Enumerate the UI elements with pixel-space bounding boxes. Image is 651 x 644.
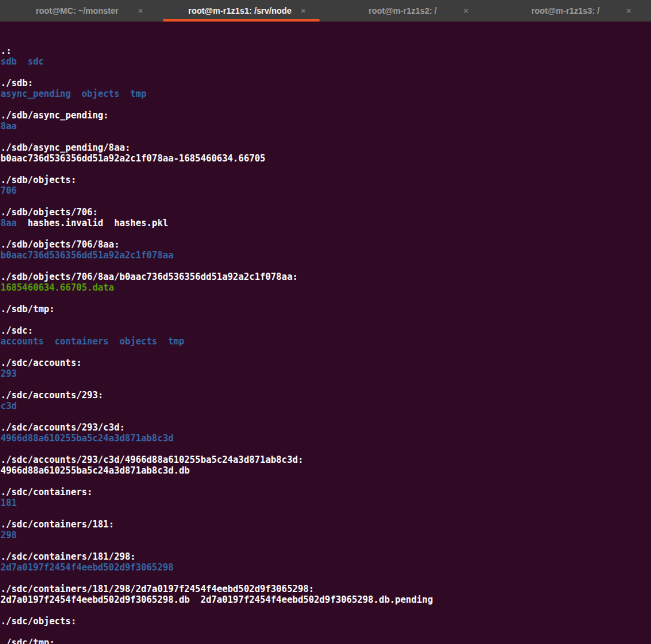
terminal-line: ./sdb/objects/706:	[1, 207, 651, 218]
terminal-text: ./sdc:	[1, 325, 33, 336]
directory-entry: 2d7a0197f2454f4eebd502d9f3065298	[1, 562, 174, 573]
terminal-text: ./sdb/async_pending/8aa:	[1, 142, 130, 153]
terminal-text: ./sdc/accounts:	[1, 358, 81, 368]
tab-bar: root@MC: ~/monster×root@m-r1z1s1: /srv/n…	[0, 0, 651, 22]
tab-close-icon[interactable]: ×	[461, 5, 471, 16]
directory-entry: objects	[120, 336, 157, 347]
terminal-line	[1, 508, 651, 519]
directory-entry: objects	[81, 88, 119, 99]
data-file-entry: 1685460634.66705.data	[1, 282, 114, 293]
terminal-text: ./sdb/objects/706/8aa:	[1, 239, 120, 250]
terminal-text: 2d7a0197f2454f4eebd502d9f3065298.db 2d7a…	[1, 594, 433, 605]
terminal-line: ./sdb:	[1, 78, 651, 88]
terminal-text: ./sdc/containers/181/298/2d7a0197f2454f4…	[1, 584, 314, 594]
terminal-text: hashes.invalid hashes.pkl	[17, 218, 168, 228]
directory-entry: 8aa	[1, 121, 17, 132]
terminal-line: 181	[1, 498, 651, 508]
terminal-line	[1, 411, 651, 422]
terminal-line	[1, 196, 651, 207]
terminal-line	[1, 67, 651, 78]
terminal-line	[1, 164, 651, 175]
terminal-line: ./sdc/accounts/293/c3d:	[1, 422, 651, 433]
terminal-line	[1, 347, 651, 358]
terminal-text: ./sdc/containers/181:	[1, 519, 114, 530]
terminal-line	[1, 573, 651, 584]
directory-entry: tmp	[130, 88, 147, 99]
terminal-line	[1, 605, 651, 616]
terminal-line: ./sdb/objects/706/8aa/b0aac736d536356dd5…	[1, 271, 651, 282]
terminal-line: ./sdc/containers:	[1, 487, 651, 498]
terminal-line	[1, 476, 651, 487]
directory-entry: containers	[54, 336, 108, 347]
terminal-tab-4[interactable]: root@m-r1z1s3: /×	[488, 0, 651, 22]
tab-close-icon[interactable]: ×	[135, 5, 146, 16]
terminal-line	[1, 293, 651, 304]
directory-entry: tmp	[168, 336, 184, 347]
directory-entry: sdb	[1, 56, 17, 67]
terminal-line: ./sdc/accounts:	[1, 358, 651, 368]
directory-entry: 4966d88a610255ba5c24a3d871ab8c3d	[1, 433, 174, 444]
terminal-text	[157, 336, 168, 347]
terminal-text: ./sdb/objects:	[1, 175, 76, 185]
terminal-text: ./sdc/containers:	[1, 487, 93, 498]
terminal-text: .:	[1, 45, 11, 56]
terminal-line: ./sdc:	[1, 325, 651, 336]
terminal-line	[1, 99, 651, 110]
terminal-line: 293	[1, 368, 651, 379]
terminal-tab-3[interactable]: root@m-r1z1s2: /×	[326, 0, 488, 22]
terminal-tab-1[interactable]: root@MC: ~/monster×	[0, 0, 163, 22]
terminal-line: ./sdc/objects:	[1, 616, 651, 627]
terminal-text: ./sdb:	[1, 78, 33, 88]
terminal-line	[1, 444, 651, 454]
tab-close-icon[interactable]: ×	[298, 5, 309, 16]
directory-entry: c3d	[1, 401, 17, 411]
terminal-text	[71, 88, 81, 99]
terminal-line: ./sdc/accounts/293/c3d/4966d88a610255ba5…	[1, 454, 651, 465]
terminal-line: b0aac736d536356dd51a92a2c1f078aa	[1, 250, 651, 261]
terminal-line: c3d	[1, 401, 651, 411]
terminal-line	[1, 541, 651, 551]
terminal-text: ./sdb/objects/706/8aa/b0aac736d536356dd5…	[1, 271, 298, 282]
directory-entry: 706	[1, 185, 17, 196]
terminal-line: 298	[1, 530, 651, 541]
terminal-text: ./sdb/objects/706:	[1, 207, 98, 218]
terminal-line: 4966d88a610255ba5c24a3d871ab8c3d	[1, 433, 651, 444]
tab-label: root@MC: ~/monster	[36, 6, 119, 16]
terminal-text	[17, 56, 28, 67]
terminal-output-area[interactable]: .:sdb sdc./sdb:async_pending objects tmp…	[0, 22, 651, 644]
terminal-lines: .:sdb sdc./sdb:async_pending objects tmp…	[1, 45, 651, 644]
terminal-line: ./sdc/containers/181:	[1, 519, 651, 530]
directory-entry: sdc	[28, 56, 44, 67]
tab-label: root@m-r1z1s1: /srv/node	[188, 6, 291, 16]
terminal-tab-2[interactable]: root@m-r1z1s1: /srv/node×	[163, 0, 326, 22]
terminal-line: 8aa	[1, 121, 651, 132]
terminal-line	[1, 132, 651, 142]
terminal-line	[1, 261, 651, 271]
tab-close-icon[interactable]: ×	[623, 5, 634, 16]
directory-entry: 181	[1, 498, 17, 508]
terminal-line: ./sdc/accounts/293:	[1, 390, 651, 401]
directory-entry: 298	[1, 530, 17, 541]
directory-entry: 293	[1, 368, 17, 379]
terminal-line: 2d7a0197f2454f4eebd502d9f3065298	[1, 562, 651, 573]
terminal-text: ./sdc/containers/181/298:	[1, 551, 136, 562]
terminal-line: ./sdc/containers/181/298:	[1, 551, 651, 562]
terminal-line	[1, 379, 651, 390]
terminal-line: accounts containers objects tmp	[1, 336, 651, 347]
terminal-line: 4966d88a610255ba5c24a3d871ab8c3d.db	[1, 465, 651, 476]
terminal-line	[1, 315, 651, 325]
directory-entry: b0aac736d536356dd51a92a2c1f078aa	[1, 250, 174, 261]
terminal-line	[1, 228, 651, 239]
terminal-line: b0aac736d536356dd51a92a2c1f078aa-1685460…	[1, 153, 651, 164]
terminal-line: ./sdb/objects:	[1, 175, 651, 185]
directory-entry: 8aa	[1, 218, 17, 228]
terminal-line: ./sdb/async_pending:	[1, 110, 651, 121]
tab-label: root@m-r1z1s3: /	[531, 6, 600, 16]
tab-label: root@m-r1z1s2: /	[369, 6, 437, 16]
directory-entry: async_pending	[1, 88, 71, 99]
terminal-text	[120, 88, 130, 99]
terminal-line: 1685460634.66705.data	[1, 282, 651, 293]
terminal-text	[44, 336, 54, 347]
terminal-text	[109, 336, 120, 347]
terminal-line: sdb sdc	[1, 56, 651, 67]
